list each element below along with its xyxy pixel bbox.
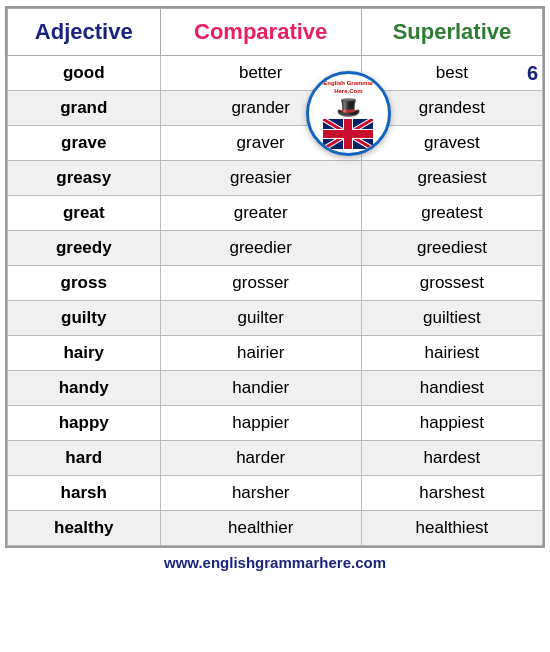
table-row: greasygreasiergreasiest — [8, 161, 543, 196]
comparative-cell: handier — [160, 371, 361, 406]
comparative-cell: happier — [160, 406, 361, 441]
table-row: greedygreediergreediest — [8, 231, 543, 266]
comparative-cell: healthier — [160, 511, 361, 546]
adjective-cell: happy — [8, 406, 161, 441]
grammar-badge: English Grammar Here.Com 🎩 — [306, 71, 391, 156]
adjective-cell: hairy — [8, 336, 161, 371]
table-row: grossgrossergrossest — [8, 266, 543, 301]
superlative-header: Superlative — [361, 9, 542, 56]
comparative-cell: harder — [160, 441, 361, 476]
adjective-cell: great — [8, 196, 161, 231]
adjective-cell: hard — [8, 441, 161, 476]
table-row: gravegraver English Grammar Here.Com 🎩 g… — [8, 126, 543, 161]
adjective-table: Adjective Comparative Superlative goodbe… — [7, 8, 543, 546]
table-row: handyhandierhandiest — [8, 371, 543, 406]
svg-rect-8 — [323, 130, 373, 138]
number-badge: 6 — [527, 62, 538, 85]
superlative-cell: hardest — [361, 441, 542, 476]
superlative-cell: guiltiest — [361, 301, 542, 336]
main-table-wrapper: Adjective Comparative Superlative goodbe… — [5, 6, 545, 548]
adjective-header: Adjective — [8, 9, 161, 56]
adjective-cell: harsh — [8, 476, 161, 511]
adjective-cell: good — [8, 56, 161, 91]
table-row: greatgreatergreatest — [8, 196, 543, 231]
adjective-cell: greedy — [8, 231, 161, 266]
superlative-cell: greediest — [361, 231, 542, 266]
superlative-cell: healthiest — [361, 511, 542, 546]
footer-text: www.englishgrammarhere.com — [164, 554, 386, 571]
superlative-cell: best6 — [361, 56, 542, 91]
table-row: harshharsherharshest — [8, 476, 543, 511]
comparative-cell: hairier — [160, 336, 361, 371]
comparative-cell: greasier — [160, 161, 361, 196]
comparative-cell: graver English Grammar Here.Com 🎩 — [160, 126, 361, 161]
adjective-cell: gross — [8, 266, 161, 301]
superlative-cell: grossest — [361, 266, 542, 301]
table-row: happyhappierhappiest — [8, 406, 543, 441]
superlative-cell: harshest — [361, 476, 542, 511]
table-row: grandgrandergrandest — [8, 91, 543, 126]
comparative-cell: guilter — [160, 301, 361, 336]
table-row: goodbetterbest6 — [8, 56, 543, 91]
adjective-cell: grand — [8, 91, 161, 126]
comparative-cell: harsher — [160, 476, 361, 511]
superlative-cell: gravest — [361, 126, 542, 161]
superlative-cell: greatest — [361, 196, 542, 231]
comparative-cell: grosser — [160, 266, 361, 301]
table-row: guiltyguilterguiltiest — [8, 301, 543, 336]
superlative-cell: happiest — [361, 406, 542, 441]
table-row: hairyhairierhairiest — [8, 336, 543, 371]
adjective-cell: guilty — [8, 301, 161, 336]
superlative-cell: hairiest — [361, 336, 542, 371]
superlative-cell: handiest — [361, 371, 542, 406]
adjective-cell: grave — [8, 126, 161, 161]
adjective-cell: handy — [8, 371, 161, 406]
comparative-cell: greedier — [160, 231, 361, 266]
comparative-cell: greater — [160, 196, 361, 231]
table-row: hardharderhardest — [8, 441, 543, 476]
superlative-cell: greasiest — [361, 161, 542, 196]
table-row: healthyhealthierhealthiest — [8, 511, 543, 546]
adjective-cell: greasy — [8, 161, 161, 196]
adjective-cell: healthy — [8, 511, 161, 546]
comparative-header: Comparative — [160, 9, 361, 56]
